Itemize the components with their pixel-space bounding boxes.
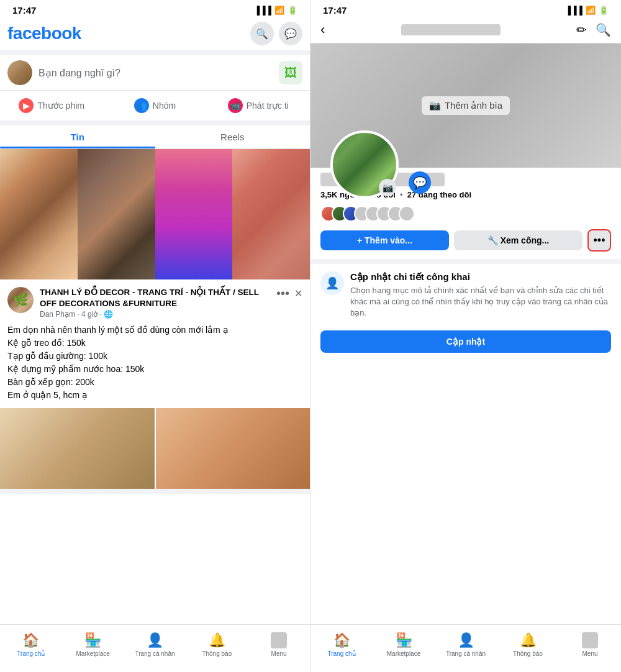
post-image-1	[0, 408, 155, 489]
marketplace-label-right: Marketplace	[387, 650, 420, 657]
story-1[interactable]	[0, 149, 78, 279]
more-options-button[interactable]: •••	[587, 229, 611, 252]
nav-notifications-left[interactable]: 🔔 Thông báo	[186, 630, 248, 660]
reels-label: Thước phim	[37, 101, 84, 111]
notifications-label-right: Thông báo	[513, 650, 543, 657]
nav-marketplace-left[interactable]: 🏪 Marketplace	[62, 630, 124, 660]
add-cover-button[interactable]: 📷 Thêm ảnh bìa	[422, 96, 510, 115]
post-image-2	[156, 408, 310, 489]
notifications-icon-right: 🔔	[520, 632, 537, 648]
story-bg-3	[155, 149, 233, 279]
update-title: Cập nhật chi tiết công khai	[350, 271, 611, 283]
nav-home-right[interactable]: 🏠 Trang chủ	[310, 630, 373, 660]
bottom-nav-left: 🏠 Trang chủ 🏪 Marketplace 👤 Trang cá nhâ…	[0, 624, 310, 672]
live-label: Phát trực ti	[247, 101, 289, 111]
search-button[interactable]: 🔍	[250, 22, 274, 45]
add-to-label: + Thêm vào...	[357, 235, 412, 245]
left-panel: 17:47 ▐▐▐ 📶 🔋 facebook 🔍 💬 Bạn đang nghĩ…	[0, 0, 310, 672]
nav-menu-right[interactable]: Menu	[559, 630, 621, 660]
story-2[interactable]	[78, 149, 155, 279]
add-cover-label: Thêm ảnh bìa	[445, 100, 502, 111]
profile-icon-left: 👤	[147, 632, 163, 648]
live-icon: 📹	[228, 98, 243, 113]
tab-reels[interactable]: Reels	[155, 125, 310, 148]
view-work-button[interactable]: 🔧 Xem công...	[454, 230, 582, 250]
story-bg-4	[232, 149, 310, 279]
menu-icon-left	[271, 632, 287, 648]
menu-label-right: Menu	[582, 650, 597, 657]
follower-avatars	[320, 206, 611, 222]
update-cta-button[interactable]: Cập nhật	[320, 330, 611, 353]
profile-header-actions: ✏ 🔍	[576, 22, 611, 37]
profile-pic-area: 📷 💬	[330, 130, 399, 199]
search-profile-icon[interactable]: 🔍	[596, 22, 611, 37]
post-sub: Đan Phạm · 4 giờ · 🌐	[40, 310, 270, 319]
profile-pic-row: 📷 💬	[310, 130, 621, 168]
follower-avatar-8	[399, 206, 415, 222]
home-icon-right: 🏠	[333, 632, 350, 648]
close-post-button[interactable]: ✕	[294, 288, 302, 299]
post-actions-top: ••• ✕	[276, 287, 302, 299]
profile-header-bar: ‹ ✏ 🔍	[310, 18, 621, 43]
home-icon-left: 🏠	[22, 632, 39, 648]
change-photo-button[interactable]: 📷	[379, 179, 396, 196]
post-placeholder[interactable]: Bạn đang nghĩ gì?	[39, 67, 273, 79]
notifications-label-left: Thông báo	[202, 650, 232, 657]
action-reels[interactable]: ▶ Thước phim	[0, 93, 103, 118]
post-time: 4 giờ	[81, 310, 97, 319]
status-icons-left: ▐▐▐ 📶 🔋	[254, 6, 297, 15]
time-right: 17:47	[323, 5, 347, 16]
tabs-row: Tin Reels	[0, 125, 310, 149]
group-avatar: 🌿	[7, 287, 34, 313]
more-dots-button[interactable]: •••	[276, 287, 289, 299]
nav-menu-left[interactable]: Menu	[248, 630, 310, 660]
edit-icon[interactable]: ✏	[576, 22, 587, 37]
messenger-button[interactable]: 💬	[279, 22, 302, 45]
post-author: Đan Phạm	[40, 310, 75, 319]
nav-notifications-right[interactable]: 🔔 Thông báo	[497, 630, 559, 660]
stories-row	[0, 149, 310, 279]
user-avatar	[7, 60, 32, 85]
groups-icon: 👥	[134, 98, 149, 113]
action-live[interactable]: 📹 Phát trực ti	[207, 93, 310, 118]
update-section: 👤 Cập nhật chi tiết công khai Chọn hạng …	[310, 259, 621, 360]
add-to-button[interactable]: + Thêm vào...	[320, 230, 449, 250]
status-icons-right: ▐▐▐ 📶 🔋	[565, 6, 609, 15]
reels-icon: ▶	[19, 98, 34, 113]
update-text-block: Cập nhật chi tiết công khai Chọn hạng mụ…	[350, 271, 611, 319]
post-content: Em dọn nhà nên thanh lý một số đồ dùng c…	[0, 324, 310, 408]
update-icon: 👤	[320, 271, 344, 295]
home-label-left: Trang chủ	[17, 650, 45, 657]
post-header: 🌿 THANH LÝ ĐỒ DECOR - TRANG TRÍ - NỘI TH…	[0, 287, 310, 324]
status-bar-right: 17:47 ▐▐▐ 📶 🔋	[310, 0, 621, 18]
camera-icon: 📷	[429, 100, 441, 111]
profile-icon-right: 👤	[458, 632, 474, 648]
status-bar-left: 17:47 ▐▐▐ 📶 🔋	[0, 0, 310, 18]
actions-row: ▶ Thước phim 👥 Nhóm 📹 Phát trực ti	[0, 91, 310, 125]
right-panel: 17:47 ▐▐▐ 📶 🔋 ‹ ✏ 🔍 📷 Thêm ảnh bìa 📷	[310, 0, 621, 672]
left-scroll-area: Bạn đang nghĩ gì? 🖼 ▶ Thước phim 👥 Nhóm …	[0, 50, 310, 624]
notifications-icon-left: 🔔	[209, 632, 225, 648]
right-scroll-area: 📷 Thêm ảnh bìa 📷 💬 3,5K người theo dõi •…	[310, 43, 621, 624]
story-bg-1	[0, 149, 78, 279]
chat-button[interactable]: 💬	[409, 171, 431, 194]
nav-profile-left[interactable]: 👤 Trang cá nhân	[124, 630, 186, 660]
nav-marketplace-right[interactable]: 🏪 Marketplace	[373, 630, 435, 660]
update-desc: Chọn hạng mục mô tả chính xác nhất về bạ…	[350, 285, 611, 319]
profile-actions-row: + Thêm vào... 🔧 Xem công... •••	[320, 229, 611, 252]
marketplace-icon-left: 🏪	[84, 632, 101, 648]
post-meta: THANH LÝ ĐỒ DECOR - TRANG TRÍ - NỘI THẤT…	[40, 287, 270, 319]
post-title: THANH LÝ ĐỒ DECOR - TRANG TRÍ - NỘI THẤT…	[40, 287, 270, 309]
story-4[interactable]	[232, 149, 310, 279]
back-button[interactable]: ‹	[320, 22, 325, 38]
fb-header: facebook 🔍 💬	[0, 18, 310, 50]
update-header: 👤 Cập nhật chi tiết công khai Chọn hạng …	[320, 271, 611, 319]
view-work-label: 🔧 Xem công...	[487, 235, 549, 245]
profile-label-left: Trang cá nhân	[135, 650, 175, 657]
tab-tin[interactable]: Tin	[0, 125, 155, 148]
action-groups[interactable]: 👥 Nhóm	[103, 93, 206, 118]
photo-icon[interactable]: 🖼	[279, 61, 302, 84]
story-3[interactable]	[155, 149, 233, 279]
nav-home-left[interactable]: 🏠 Trang chủ	[0, 630, 62, 660]
nav-profile-right[interactable]: 👤 Trang cá nhân	[435, 630, 497, 660]
